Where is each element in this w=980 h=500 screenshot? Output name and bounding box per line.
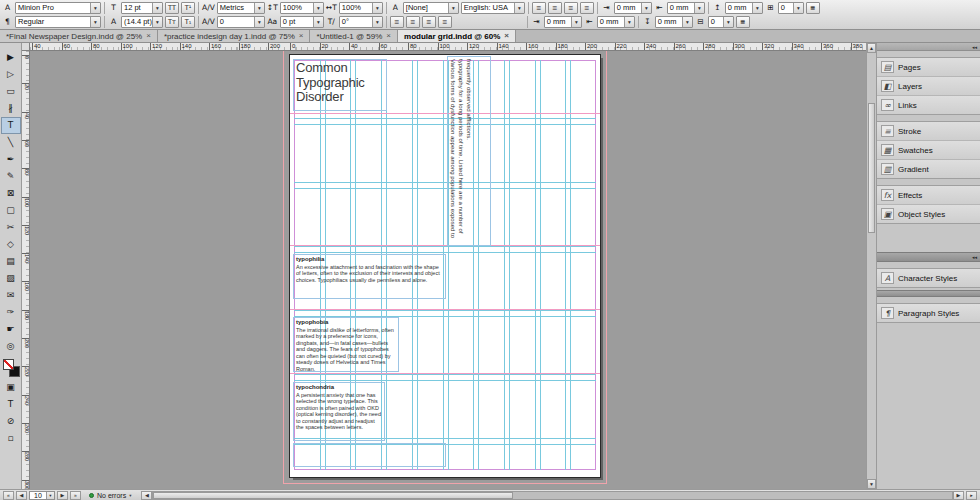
panel-group-bar[interactable]: ◂◂ bbox=[877, 252, 980, 262]
rotated-intro-text-frame[interactable]: Various forms of dysfunction appear amon… bbox=[447, 56, 491, 246]
chevron-down-icon[interactable]: ▾ bbox=[254, 3, 264, 13]
chevron-down-icon[interactable]: ▾ bbox=[152, 3, 162, 13]
panel-swatches[interactable]: ▦Swatches bbox=[877, 141, 980, 160]
scissors-tool[interactable]: ✂ bbox=[1, 219, 21, 236]
previous-page-button[interactable]: ◀ bbox=[16, 491, 27, 500]
document-tab[interactable]: *Final Newspaper Design.indd @ 25%× bbox=[0, 30, 158, 42]
gradient-feather-tool[interactable]: ▨ bbox=[1, 270, 21, 287]
column-guide[interactable] bbox=[535, 60, 536, 470]
left-indent-field[interactable]: 0 mm▾ bbox=[614, 2, 652, 14]
chevron-down-icon[interactable]: ▾ bbox=[752, 3, 762, 13]
document-page[interactable]: Common Typographic Disorder Various form… bbox=[290, 55, 600, 477]
horizontal-scroll-track[interactable] bbox=[152, 491, 953, 500]
align-left-button[interactable]: ≡ bbox=[532, 2, 546, 14]
chevron-down-icon[interactable]: ▾ bbox=[313, 3, 323, 13]
horizontal-scrollbar[interactable]: ◀ ▶ bbox=[141, 491, 964, 500]
language-select[interactable]: English: USA▾ bbox=[461, 2, 525, 14]
row-guide[interactable] bbox=[294, 118, 596, 119]
typophilia-text-frame[interactable]: typophiliaAn excessive attachment to and… bbox=[293, 254, 446, 299]
chevron-down-icon[interactable]: ▾ bbox=[793, 3, 803, 13]
small-caps-button[interactable]: Tт bbox=[165, 16, 179, 28]
row-guide[interactable] bbox=[294, 380, 596, 381]
ruler-guide[interactable] bbox=[290, 373, 600, 374]
column-guide[interactable] bbox=[570, 60, 571, 470]
first-page-button[interactable]: « bbox=[3, 491, 14, 500]
horizontal-ruler[interactable]: 4060801001201401601802000204060801001201… bbox=[30, 43, 866, 51]
panel-paragraph-styles[interactable]: ¶Paragraph Styles bbox=[877, 304, 980, 322]
typophobia-text-frame[interactable]: typophobiaThe irrational dislike of lett… bbox=[293, 317, 399, 372]
selection-tool[interactable]: ▶ bbox=[1, 49, 21, 66]
justify-all-button[interactable]: ≡ bbox=[580, 2, 594, 14]
column-guide[interactable] bbox=[540, 60, 541, 470]
note-tool[interactable]: ✉ bbox=[1, 287, 21, 304]
all-caps-button[interactable]: TT bbox=[165, 2, 179, 14]
baseline-shift-field[interactable]: 0 pt▾ bbox=[280, 16, 324, 28]
close-icon[interactable]: × bbox=[146, 32, 151, 40]
scroll-right-button[interactable]: ▶ bbox=[953, 491, 964, 500]
character-style-select[interactable]: [None]▾ bbox=[403, 2, 459, 14]
dock-collapse-bar[interactable]: ◂◂ bbox=[877, 43, 980, 51]
tracking-field[interactable]: 0▾ bbox=[217, 16, 265, 28]
free-transform-tool[interactable]: ◇ bbox=[1, 236, 21, 253]
horizontal-scroll-thumb[interactable] bbox=[153, 492, 512, 499]
panel-menu-button-2[interactable]: ≣ bbox=[736, 16, 750, 28]
row-guide[interactable] bbox=[294, 374, 596, 375]
close-icon[interactable]: × bbox=[299, 32, 304, 40]
chevron-down-icon[interactable]: ▾ bbox=[152, 17, 162, 27]
panel-stroke[interactable]: ≡Stroke bbox=[877, 122, 980, 141]
vertical-scrollbar[interactable]: ▲ ▼ bbox=[866, 43, 876, 489]
last-page-button[interactable]: » bbox=[70, 491, 81, 500]
gap-tool[interactable]: ∦ bbox=[1, 100, 21, 117]
row-guide[interactable] bbox=[294, 310, 596, 311]
chevron-down-icon[interactable]: ▾ bbox=[694, 3, 704, 13]
preflight-status[interactable]: No errors ▾ bbox=[89, 492, 131, 499]
pasteboard[interactable]: Common Typographic Disorder Various form… bbox=[30, 51, 866, 489]
chevron-down-icon[interactable]: ▾ bbox=[372, 17, 382, 27]
superscript-button[interactable]: T¹ bbox=[181, 2, 195, 14]
ruler-origin-corner[interactable] bbox=[22, 43, 30, 51]
kerning-select[interactable]: Metrics▾ bbox=[217, 2, 265, 14]
collapse-panels-icon[interactable]: ◂◂ bbox=[972, 44, 977, 50]
chevron-down-icon[interactable]: ▾ bbox=[514, 3, 524, 13]
ruler-guide[interactable] bbox=[290, 113, 600, 114]
chevron-down-icon[interactable]: ▾ bbox=[90, 17, 100, 27]
document-tab[interactable]: *Untitled-1 @ 59%× bbox=[310, 30, 398, 42]
justify-full-button[interactable]: ≡ bbox=[438, 16, 452, 28]
empty-text-frame[interactable] bbox=[293, 443, 446, 467]
panel-links[interactable]: ∞Links bbox=[877, 96, 980, 114]
drop-cap-chars-field[interactable]: 0▾ bbox=[708, 16, 734, 28]
vertical-scroll-thumb[interactable] bbox=[868, 103, 875, 233]
panel-character-styles[interactable]: ACharacter Styles bbox=[877, 269, 980, 287]
align-center-button[interactable]: ≡ bbox=[548, 2, 562, 14]
space-before-field[interactable]: 0 mm▾ bbox=[725, 2, 763, 14]
page-tool[interactable]: ▭ bbox=[1, 83, 21, 100]
rectangle-frame-tool[interactable]: ⊠ bbox=[1, 185, 21, 202]
justify-center-button[interactable]: ≡ bbox=[406, 16, 420, 28]
scroll-up-button[interactable]: ▲ bbox=[867, 43, 876, 53]
font-size-field[interactable]: 12 pt▾ bbox=[121, 2, 163, 14]
column-guide[interactable] bbox=[509, 60, 510, 470]
panel-pages[interactable]: ▤Pages bbox=[877, 58, 980, 77]
row-guide[interactable] bbox=[294, 188, 596, 189]
chevron-down-icon[interactable]: ▾ bbox=[571, 17, 581, 27]
document-tab[interactable]: modular grid.indd @ 60%× bbox=[398, 30, 516, 42]
chevron-down-icon[interactable]: ▾ bbox=[641, 3, 651, 13]
column-guide[interactable] bbox=[504, 60, 505, 470]
chevron-down-icon[interactable]: ▾ bbox=[624, 17, 634, 27]
row-guide[interactable] bbox=[294, 124, 596, 125]
document-tab[interactable]: *practice indesign day 1.indd @ 75%× bbox=[158, 30, 311, 42]
zoom-tool[interactable]: ◎ bbox=[1, 338, 21, 355]
panel-menu-button[interactable]: ≣ bbox=[806, 2, 820, 14]
scroll-left-button[interactable]: ◀ bbox=[141, 491, 152, 500]
column-guide[interactable] bbox=[565, 60, 566, 470]
vertical-scale-field[interactable]: 100%▾ bbox=[280, 2, 324, 14]
row-guide[interactable] bbox=[294, 182, 596, 183]
chevron-down-icon[interactable]: ▾ bbox=[313, 17, 323, 27]
gradient-swatch-tool[interactable]: ▤ bbox=[1, 253, 21, 270]
line-tool[interactable]: ╲ bbox=[1, 134, 21, 151]
row-guide[interactable] bbox=[294, 246, 596, 247]
right-indent-field[interactable]: 0 mm▾ bbox=[667, 2, 705, 14]
panel-layers[interactable]: ◧Layers bbox=[877, 77, 980, 96]
chevron-down-icon[interactable]: ▾ bbox=[129, 493, 131, 498]
ruler-guide[interactable] bbox=[290, 309, 600, 310]
